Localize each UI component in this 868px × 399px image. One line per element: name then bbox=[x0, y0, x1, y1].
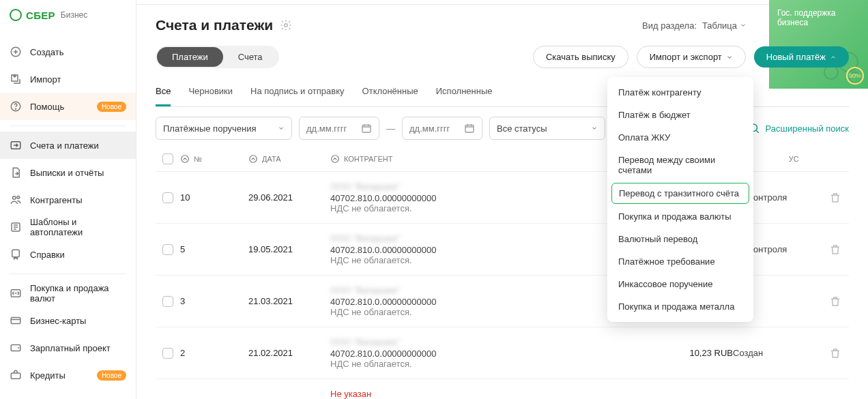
svg-point-15 bbox=[285, 24, 288, 27]
segment-accounts[interactable]: Счета bbox=[223, 47, 278, 67]
date-to-field[interactable] bbox=[409, 123, 459, 134]
row-checkbox[interactable] bbox=[162, 296, 173, 307]
row-number: 2 bbox=[180, 348, 248, 358]
sort-icon bbox=[180, 154, 190, 164]
sidebar-fx[interactable]: Покупка и продажа валют bbox=[0, 280, 136, 307]
dropdown-item-highlighted[interactable]: Перевод с транзитного счёта bbox=[611, 183, 749, 204]
svg-point-5 bbox=[17, 196, 20, 198]
col-date[interactable]: ДАТА bbox=[248, 154, 330, 164]
view-label: Вид раздела: bbox=[642, 20, 697, 31]
row-counterparty-name: ООО "Ватрушка" bbox=[330, 181, 436, 192]
tab-rejected[interactable]: Отклонённые bbox=[362, 79, 418, 106]
tab-executed[interactable]: Исполненные bbox=[436, 79, 493, 106]
tab-to-sign[interactable]: На подпись и отправку bbox=[250, 79, 345, 106]
dropdown-item[interactable]: Перевод между своими счетами bbox=[607, 149, 753, 181]
row-status: Создан bbox=[733, 348, 822, 358]
arrow-right-box-icon bbox=[10, 139, 22, 151]
sidebar-help[interactable]: Помощь Новое bbox=[0, 93, 136, 120]
row-checkbox[interactable] bbox=[162, 192, 173, 203]
select-all-checkbox[interactable] bbox=[162, 153, 173, 164]
dropdown-item[interactable]: Оплата ЖКУ bbox=[607, 126, 753, 149]
sort-icon bbox=[248, 154, 258, 164]
svg-rect-9 bbox=[11, 318, 20, 324]
svg-point-21 bbox=[332, 156, 339, 163]
trash-icon[interactable] bbox=[829, 243, 841, 256]
new-payment-button[interactable]: Новый платёж bbox=[754, 46, 849, 68]
dropdown-item[interactable]: Валютный перевод bbox=[607, 228, 753, 250]
chevron-down-icon bbox=[591, 125, 598, 132]
view-select[interactable]: Таблица bbox=[702, 20, 747, 31]
date-from-input[interactable] bbox=[299, 117, 379, 140]
logo[interactable]: СБЕР Бизнес bbox=[0, 0, 136, 30]
svg-rect-7 bbox=[12, 250, 20, 257]
svg-rect-17 bbox=[465, 125, 474, 132]
sidebar-label: Выписки и отчёты bbox=[30, 168, 104, 178]
view-mode: Вид раздела: Таблица bbox=[642, 20, 747, 31]
row-checkbox[interactable] bbox=[162, 348, 173, 359]
currency-exchange-icon bbox=[10, 287, 22, 299]
row-date: 19.05.2021 bbox=[248, 244, 330, 254]
sidebar-statements[interactable]: Выписки и отчёты bbox=[0, 159, 136, 186]
briefcase-icon bbox=[10, 369, 22, 381]
date-dash: — bbox=[386, 123, 395, 134]
template-icon bbox=[10, 221, 22, 233]
payment-type-select[interactable]: Платёжные поручения bbox=[156, 117, 292, 140]
import-export-button[interactable]: Импорт и экспорт bbox=[637, 46, 746, 68]
svg-point-4 bbox=[13, 196, 16, 200]
calendar-icon bbox=[361, 123, 372, 134]
chevron-up-icon bbox=[830, 54, 837, 61]
dropdown-item[interactable]: Платёж в бюджет bbox=[607, 104, 753, 126]
trash-icon[interactable] bbox=[829, 192, 841, 204]
document-export-icon bbox=[10, 166, 22, 179]
row-nds: НДС не облагается. bbox=[330, 307, 436, 317]
col-number[interactable]: № bbox=[180, 154, 248, 164]
sidebar-label: Справки bbox=[30, 250, 65, 260]
advanced-search[interactable]: Расширенный поиск bbox=[748, 122, 849, 134]
sidebar-counterparties[interactable]: Контрагенты bbox=[0, 186, 136, 213]
new-payment-dropdown: Платёж контрагенту Платёж в бюджет Оплат… bbox=[607, 77, 753, 322]
tab-drafts[interactable]: Черновики bbox=[188, 79, 233, 106]
sidebar-accounts-payments[interactable]: Счета и платежи bbox=[0, 132, 136, 159]
row-number: 3 bbox=[180, 296, 248, 306]
dropdown-item[interactable]: Платёж контрагенту bbox=[607, 81, 753, 104]
dropdown-item[interactable]: Покупка и продажа валюты bbox=[607, 205, 753, 228]
users-icon bbox=[10, 194, 22, 206]
row-counterparty-name: ООО "Ватрушка" bbox=[330, 233, 436, 243]
certificate-icon bbox=[10, 248, 22, 261]
status-select[interactable]: Все статусы bbox=[489, 117, 605, 140]
sidebar-label: Счета и платежи bbox=[30, 141, 99, 151]
calendar-icon bbox=[464, 123, 475, 134]
date-from-field[interactable] bbox=[306, 123, 356, 134]
row-counterparty-name: ООО "Ватрушка" bbox=[330, 285, 436, 295]
sidebar-refs[interactable]: Справки bbox=[0, 241, 136, 268]
table-row[interactable]: 221.02.2021ООО "Ватрушка"40702.810.0.000… bbox=[156, 327, 849, 379]
row-date: 21.02.2021 bbox=[248, 348, 330, 358]
date-to-input[interactable] bbox=[402, 117, 482, 140]
gear-icon[interactable] bbox=[280, 19, 292, 31]
sidebar-payroll[interactable]: Зарплатный проект bbox=[0, 334, 136, 361]
tab-all[interactable]: Все bbox=[156, 79, 171, 106]
svg-point-20 bbox=[250, 156, 257, 163]
sidebar-label: Создать bbox=[30, 47, 63, 57]
dropdown-item[interactable]: Платёжное требование bbox=[607, 250, 753, 273]
dropdown-item[interactable]: Инкассовое поручение bbox=[607, 273, 753, 295]
import-icon bbox=[10, 73, 22, 85]
sidebar-business-cards[interactable]: Бизнес-карты bbox=[0, 307, 136, 334]
main: Гос. поддержка бизнеса 90% Счета и плате… bbox=[136, 0, 868, 399]
row-number: 10 bbox=[180, 192, 248, 203]
sidebar-label: Кредиты bbox=[30, 370, 66, 381]
dropdown-item[interactable]: Покупка и продажа металла bbox=[607, 295, 753, 318]
topbar bbox=[136, 0, 868, 5]
sidebar-credits[interactable]: Кредиты Новое bbox=[0, 361, 136, 389]
col-counterparty[interactable]: КОНТРАГЕНТ bbox=[330, 154, 562, 164]
sidebar-create[interactable]: Создать bbox=[0, 38, 136, 65]
trash-icon[interactable] bbox=[829, 295, 841, 308]
sidebar-templates[interactable]: Шаблоны и автоплатежи bbox=[0, 213, 136, 241]
sidebar-label: Импорт bbox=[30, 74, 61, 85]
row-checkbox[interactable] bbox=[162, 244, 173, 255]
row-number: 5 bbox=[180, 244, 248, 254]
sidebar-import[interactable]: Импорт bbox=[0, 65, 136, 93]
download-statement-button[interactable]: Скачать выписку bbox=[533, 46, 628, 68]
trash-icon[interactable] bbox=[829, 347, 841, 359]
segment-payments[interactable]: Платежи bbox=[157, 47, 223, 67]
